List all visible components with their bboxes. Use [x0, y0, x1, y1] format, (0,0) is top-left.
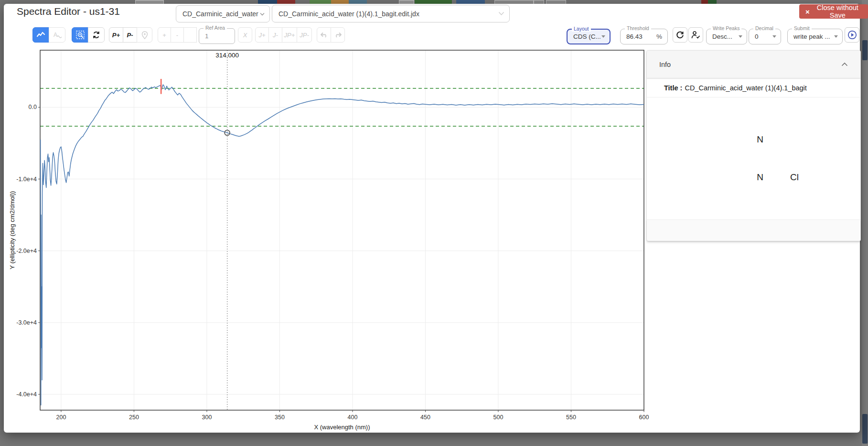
submit-select[interactable]: Submit write peak ...: [787, 29, 843, 44]
j-plus-button[interactable]: J+: [255, 27, 269, 43]
assignment-tool-button[interactable]: A: [49, 27, 65, 43]
x-tick-label: 600: [639, 414, 649, 421]
zoom-area-icon: [76, 31, 85, 39]
threshold-unit: %: [656, 33, 662, 40]
ref-area-input[interactable]: 1: [199, 33, 209, 40]
reset-zoom-icon: [92, 31, 100, 39]
undo-icon: [320, 32, 328, 38]
submit-label: Submit: [792, 26, 812, 31]
ref-area-label: Ref Area: [204, 25, 227, 31]
file-select-value: CD_Carminic_acid_water (1)(4).1_bagit.ed…: [272, 10, 419, 18]
user-check-icon: [691, 31, 700, 39]
y-tick-label: -4.0e+4: [16, 391, 37, 398]
chevron-down-icon: [772, 35, 776, 38]
close-button-label: Close without Save: [814, 4, 862, 19]
ref-area-field[interactable]: Ref Area 1: [199, 28, 235, 44]
decimal-label: Decimal: [753, 26, 775, 31]
refresh-button[interactable]: [673, 27, 687, 43]
layout-select[interactable]: Layout CDS (C...: [567, 29, 611, 44]
zoom-select-tool-button[interactable]: [72, 27, 88, 43]
x-tick-label: 300: [202, 414, 212, 421]
plot-border: [40, 50, 644, 410]
x-tick-label: 550: [566, 414, 576, 421]
redo-button[interactable]: [331, 27, 345, 43]
refresh-icon: [676, 31, 684, 39]
atom-label: N: [757, 134, 763, 145]
submit-value: write peak ...: [788, 33, 830, 40]
page-title: Spectra Editor - us1-31: [17, 6, 120, 17]
chevron-down-icon: [739, 35, 742, 38]
atom-label: Cl: [790, 172, 799, 183]
x-tick-label: 500: [493, 414, 504, 421]
line-chart-icon: [37, 32, 45, 38]
x-tick-label: 200: [56, 414, 66, 421]
peak-remove-button[interactable]: P-: [123, 27, 137, 43]
y-tick-label: -2.0e+4: [16, 248, 37, 254]
spectrum-title-label: Title :: [664, 84, 682, 92]
blank-tool-button[interactable]: [183, 27, 197, 43]
spectra-line-tool-button[interactable]: [32, 27, 49, 43]
chevron-down-icon: [601, 35, 605, 38]
spectrum-line[interactable]: [41, 85, 644, 405]
increase-button[interactable]: +: [158, 27, 171, 43]
info-panel: Info Title : CD_Carminic_acid_water (1)(…: [646, 50, 861, 241]
info-panel-title: Info: [659, 61, 671, 68]
close-without-save-button[interactable]: × Close without Save: [799, 4, 868, 19]
assign-a-wave-icon: A: [53, 31, 62, 39]
close-icon: ×: [805, 8, 810, 15]
chevron-up-icon[interactable]: [841, 62, 848, 66]
spectrum-select[interactable]: CD_Carminic_acid_water: [176, 5, 270, 22]
chevron-down-icon: [498, 11, 504, 16]
write-peaks-value: Desc...: [707, 33, 732, 40]
undo-button[interactable]: [317, 27, 331, 43]
threshold-label: Threshold: [625, 26, 651, 31]
x-tick-label: 400: [348, 414, 358, 421]
redo-icon: [334, 32, 342, 38]
auto-assign-button[interactable]: [688, 27, 703, 43]
file-select[interactable]: CD_Carminic_acid_water (1)(4).1_bagit.ed…: [272, 5, 510, 22]
run-submit-button[interactable]: [845, 27, 859, 43]
svg-text:A: A: [54, 32, 57, 38]
location-pin-plus-icon: [141, 31, 148, 39]
jp-plus-button[interactable]: JP+: [282, 27, 297, 43]
j-minus-button[interactable]: J-: [268, 27, 282, 43]
spectrum-title-row: Title : CD_Carminic_acid_water (1)(4).1_…: [647, 78, 860, 98]
write-peaks-select[interactable]: Write Peaks Desc...: [706, 29, 747, 44]
spectrum-select-value: CD_Carminic_acid_water: [176, 10, 258, 18]
y-tick-label: -3.0e+4: [16, 319, 37, 326]
decrease-button[interactable]: -: [171, 27, 184, 43]
x-tool-button[interactable]: X: [238, 27, 252, 43]
x-tick-label: 450: [420, 414, 430, 421]
layout-value: CDS (C...: [568, 33, 601, 40]
x-axis-title: X (wavelength (nm)): [314, 424, 370, 431]
spectrum-title-value: CD_Carminic_acid_water (1)(4).1_bagit: [685, 84, 806, 92]
write-peaks-label: Write Peaks: [711, 26, 741, 31]
y-axis-title: Y (ellipticity (deg cm2/dmol)): [9, 191, 16, 270]
x-tick-label: 350: [275, 414, 285, 421]
reset-zoom-button[interactable]: [88, 27, 105, 43]
info-panel-header[interactable]: Info: [647, 51, 860, 78]
y-tick-label: 0.0: [29, 104, 37, 110]
threshold-field[interactable]: Threshold 86.43 %: [620, 29, 668, 44]
molecule-structure[interactable]: NNCl: [647, 98, 860, 220]
atom-label: N: [757, 172, 763, 183]
play-circle-icon: [847, 30, 857, 40]
y-tick-label: -1.0e+4: [16, 176, 37, 183]
jp-minus-button[interactable]: JP-: [297, 27, 312, 43]
layout-label: Layout: [572, 26, 591, 32]
decimal-select[interactable]: Decimal 0: [749, 29, 781, 44]
pin-peak-button[interactable]: [137, 27, 152, 43]
x-tick-label: 250: [129, 414, 139, 421]
peak-add-button[interactable]: P+: [109, 27, 123, 43]
decimal-value: 0: [749, 33, 759, 40]
threshold-input[interactable]: 86.43: [621, 33, 643, 40]
crosshair-value-label: 314.000: [215, 52, 239, 59]
chevron-down-icon: [260, 12, 265, 16]
chevron-down-icon: [834, 35, 838, 38]
info-panel-footer: [647, 220, 860, 241]
